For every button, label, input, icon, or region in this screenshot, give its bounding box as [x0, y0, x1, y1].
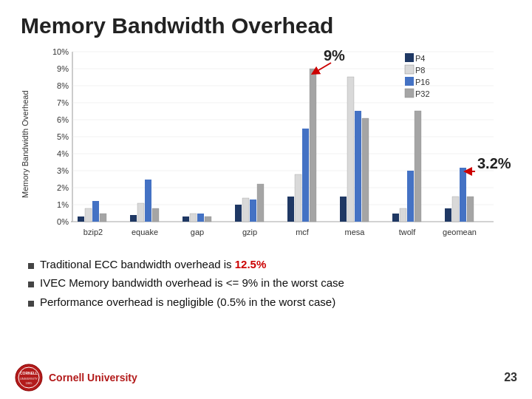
- svg-rect-61: [452, 197, 459, 222]
- page-title: Memory Bandwidth Overhead: [21, 13, 511, 38]
- svg-rect-25: [78, 216, 84, 222]
- svg-text:1%: 1%: [57, 200, 69, 209]
- svg-rect-60: [445, 208, 451, 222]
- svg-rect-40: [235, 205, 242, 222]
- bullet-3: Performance overhead is negligible (0.5%…: [28, 295, 511, 310]
- svg-rect-43: [257, 184, 264, 222]
- svg-text:0%: 0%: [57, 217, 69, 226]
- bullet-1: Traditional ECC bandwidth overhead is 12…: [28, 257, 511, 272]
- university-name: Cornell University: [49, 372, 137, 383]
- svg-text:9%: 9%: [324, 47, 345, 64]
- cornell-seal-icon: CORNELL UNIVERSITY 1865: [15, 364, 43, 392]
- svg-rect-55: [392, 214, 399, 222]
- svg-text:3.2%: 3.2%: [477, 155, 511, 171]
- svg-rect-41: [242, 198, 249, 222]
- svg-rect-71: [405, 89, 414, 98]
- svg-text:geomean: geomean: [443, 228, 477, 236]
- svg-rect-38: [205, 216, 211, 222]
- svg-rect-31: [137, 203, 144, 222]
- bullet-text-3: Performance overhead is negligible (0.5%…: [40, 295, 335, 310]
- svg-rect-47: [302, 129, 309, 222]
- svg-line-74: [315, 63, 331, 72]
- svg-text:2%: 2%: [57, 183, 69, 192]
- svg-rect-69: [405, 77, 414, 86]
- svg-text:bzip2: bzip2: [83, 228, 103, 236]
- bullet-text-1: Traditional ECC bandwidth overhead is 12…: [40, 257, 266, 272]
- bullet-2: IVEC Memory bandwidth overhead is <= 9% …: [28, 276, 511, 290]
- svg-rect-32: [145, 180, 151, 222]
- svg-rect-48: [310, 69, 316, 222]
- svg-rect-57: [407, 171, 414, 222]
- bullet-icon-1: [28, 263, 34, 269]
- cornell-logo: CORNELL UNIVERSITY 1865 Cornell Universi…: [15, 364, 137, 392]
- svg-rect-58: [415, 111, 421, 222]
- bullets-list: Traditional ECC bandwidth overhead is 12…: [21, 257, 511, 310]
- svg-text:P16: P16: [415, 78, 430, 86]
- svg-rect-67: [405, 65, 414, 74]
- svg-rect-56: [400, 208, 406, 222]
- chart-svg: 0% 1% 2% 3% 4% 5%: [33, 44, 511, 251]
- svg-rect-46: [295, 174, 301, 222]
- svg-text:UNIVERSITY: UNIVERSITY: [20, 377, 38, 381]
- svg-text:4%: 4%: [57, 149, 69, 158]
- svg-text:equake: equake: [132, 228, 158, 236]
- bullet-icon-2: [28, 282, 34, 287]
- svg-rect-63: [467, 197, 474, 222]
- svg-text:8%: 8%: [57, 81, 69, 90]
- chart-inner: 0% 1% 2% 3% 4% 5%: [33, 44, 511, 251]
- svg-rect-51: [347, 77, 354, 222]
- chart-area: Memory Bandwidth Overhead 0% 1% 2%: [21, 44, 511, 251]
- bullet-icon-3: [28, 301, 34, 307]
- svg-rect-52: [355, 111, 361, 222]
- svg-rect-26: [85, 208, 92, 222]
- svg-text:P8: P8: [415, 66, 425, 75]
- svg-text:twolf: twolf: [399, 228, 417, 236]
- svg-rect-62: [460, 168, 466, 222]
- svg-text:mesa: mesa: [345, 228, 366, 236]
- svg-text:5%: 5%: [57, 132, 69, 141]
- svg-rect-30: [130, 215, 137, 222]
- svg-rect-28: [100, 214, 106, 222]
- svg-rect-35: [183, 216, 189, 222]
- svg-rect-65: [405, 53, 414, 62]
- svg-text:P32: P32: [415, 89, 430, 98]
- svg-rect-33: [152, 208, 159, 222]
- svg-rect-45: [287, 197, 294, 222]
- bullet-text-2: IVEC Memory bandwidth overhead is <= 9% …: [40, 276, 344, 290]
- svg-rect-53: [362, 118, 369, 222]
- page-number: 23: [504, 371, 517, 384]
- svg-text:P4: P4: [415, 54, 425, 63]
- svg-text:10%: 10%: [52, 47, 69, 56]
- y-axis-label: Memory Bandwidth Overhead: [21, 44, 30, 251]
- svg-text:gap: gap: [191, 228, 204, 236]
- svg-text:CORNELL: CORNELL: [20, 371, 38, 375]
- svg-text:gzip: gzip: [242, 228, 257, 236]
- svg-rect-27: [92, 201, 99, 222]
- svg-rect-36: [190, 214, 197, 222]
- slide: Memory Bandwidth Overhead Memory Bandwid…: [0, 0, 532, 399]
- footer: CORNELL UNIVERSITY 1865 Cornell Universi…: [0, 364, 532, 392]
- svg-text:1865: 1865: [26, 381, 33, 385]
- svg-text:3%: 3%: [57, 166, 69, 175]
- svg-rect-50: [340, 197, 347, 222]
- svg-text:7%: 7%: [57, 98, 69, 107]
- svg-rect-37: [197, 214, 204, 222]
- highlight-125: 12.5%: [235, 258, 267, 270]
- svg-rect-42: [250, 200, 256, 222]
- svg-text:mcf: mcf: [296, 228, 310, 236]
- svg-text:9%: 9%: [57, 64, 69, 73]
- svg-text:6%: 6%: [57, 115, 69, 124]
